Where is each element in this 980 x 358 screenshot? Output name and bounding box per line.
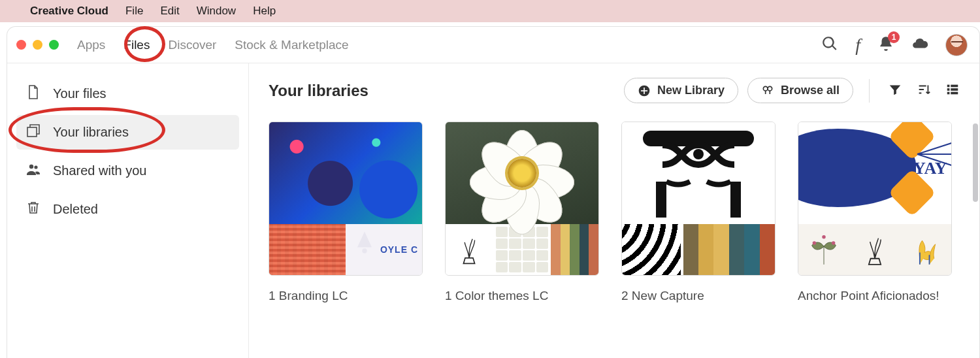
- trash-icon: [25, 200, 41, 219]
- shared-icon: [25, 161, 41, 180]
- svg-rect-13: [951, 91, 958, 94]
- menubar-app-name[interactable]: Creative Cloud: [30, 5, 108, 18]
- sidebar-item-deleted[interactable]: Deleted: [16, 192, 239, 227]
- window-close[interactable]: [16, 40, 26, 50]
- app-toolbar: Apps Files Discover Stock & Marketplace …: [7, 27, 979, 63]
- sidebar: Your files Your libraries Shared with yo…: [7, 63, 249, 358]
- svg-point-6: [763, 86, 768, 91]
- tab-apps[interactable]: Apps: [77, 38, 105, 52]
- tab-discover[interactable]: Discover: [168, 38, 216, 52]
- new-library-button[interactable]: New Library: [624, 78, 738, 103]
- svg-rect-11: [951, 84, 958, 87]
- sidebar-item-label: Your files: [53, 86, 106, 101]
- svg-rect-12: [951, 88, 958, 91]
- svg-point-16: [693, 149, 704, 159]
- app-window: Apps Files Discover Stock & Marketplace …: [7, 26, 980, 358]
- file-icon: [25, 84, 41, 103]
- macos-menubar: Creative Cloud File Edit Window Help: [0, 0, 980, 22]
- menubar-item-help[interactable]: Help: [253, 5, 276, 18]
- svg-point-20: [832, 241, 835, 244]
- view-list-icon[interactable]: [945, 82, 960, 99]
- svg-rect-10: [947, 91, 950, 94]
- window-minimize[interactable]: [33, 40, 42, 50]
- library-thumbnail: [621, 122, 776, 276]
- library-card[interactable]: OYLE C 1 Branding LC: [269, 122, 423, 303]
- sidebar-item-label: Shared with you: [53, 163, 146, 178]
- library-name: Anchor Point Aficionados!: [798, 289, 952, 303]
- menubar-item-file[interactable]: File: [125, 5, 143, 18]
- library-thumbnail: YAY ILL: [798, 122, 952, 276]
- color-palette: [551, 224, 598, 275]
- scrollbar[interactable]: [973, 123, 978, 202]
- sidebar-item-your-libraries[interactable]: Your libraries: [16, 115, 239, 150]
- svg-point-7: [768, 86, 772, 91]
- divider: [869, 79, 870, 103]
- cloud-sync-icon[interactable]: [911, 35, 928, 55]
- library-thumbnail: OYLE C: [269, 122, 423, 276]
- color-palette: [683, 224, 775, 275]
- window-zoom[interactable]: [49, 40, 59, 50]
- menubar-item-window[interactable]: Window: [197, 5, 236, 18]
- library-thumbnail: [445, 122, 599, 276]
- window-controls: [16, 40, 59, 50]
- tab-files[interactable]: Files: [123, 38, 150, 52]
- sidebar-item-label: Your libraries: [53, 125, 129, 140]
- content-pane: Your libraries New Library Browse all: [249, 63, 979, 358]
- sidebar-item-label: Deleted: [53, 202, 98, 217]
- svg-point-1: [29, 165, 33, 169]
- notifications-icon[interactable]: 1: [877, 35, 894, 55]
- svg-rect-5: [641, 90, 647, 91]
- sort-icon[interactable]: [917, 82, 931, 99]
- browse-all-label: Browse all: [781, 84, 840, 97]
- sidebar-item-shared-with-you[interactable]: Shared with you: [16, 154, 239, 188]
- svg-rect-17: [656, 182, 666, 218]
- libraries-icon: [25, 123, 41, 142]
- tab-stock-marketplace[interactable]: Stock & Marketplace: [235, 38, 348, 52]
- search-icon[interactable]: [821, 35, 838, 55]
- libraries-grid: OYLE C 1 Branding LC: [269, 122, 960, 303]
- library-card[interactable]: YAY ILL: [798, 122, 952, 303]
- fonts-icon[interactable]: f: [855, 35, 860, 56]
- library-card[interactable]: 1 Color themes LC: [445, 122, 599, 303]
- page-title: Your libraries: [269, 82, 615, 100]
- content-header: Your libraries New Library Browse all: [269, 78, 960, 103]
- svg-point-21: [822, 235, 825, 238]
- notifications-badge: 1: [888, 31, 900, 43]
- svg-rect-18: [730, 182, 741, 218]
- library-name: 1 Color themes LC: [445, 289, 599, 303]
- app-tabs: Apps Files Discover Stock & Marketplace: [77, 38, 349, 52]
- library-name: 2 New Capture: [621, 289, 776, 303]
- sidebar-item-your-files[interactable]: Your files: [16, 76, 239, 111]
- thumbnail-text: YAY ILL: [913, 159, 951, 178]
- account-avatar[interactable]: [945, 34, 968, 56]
- filter-icon[interactable]: [888, 82, 902, 99]
- svg-rect-9: [947, 88, 950, 91]
- svg-point-14: [362, 248, 367, 253]
- svg-rect-8: [947, 84, 950, 87]
- new-library-label: New Library: [657, 84, 725, 97]
- browse-all-button[interactable]: Browse all: [747, 78, 853, 103]
- svg-rect-0: [27, 127, 37, 137]
- library-card[interactable]: 2 New Capture: [621, 122, 776, 303]
- svg-point-19: [813, 241, 816, 244]
- menubar-item-edit[interactable]: Edit: [160, 5, 179, 18]
- svg-point-2: [34, 165, 37, 169]
- library-name: 1 Branding LC: [269, 289, 423, 303]
- thumbnail-text: OYLE C: [380, 244, 418, 255]
